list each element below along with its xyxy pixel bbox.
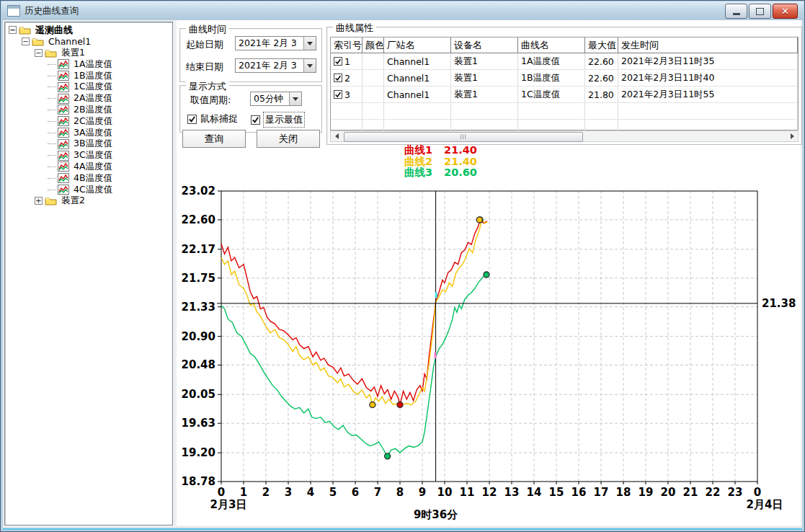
close-button[interactable]: ✕	[773, 4, 798, 19]
x-axis-label: 6	[352, 486, 359, 499]
table-hscrollbar[interactable]	[330, 130, 799, 142]
x-axis-label: 1	[240, 486, 247, 499]
mouse-capture-checkbox[interactable]	[187, 115, 197, 124]
x-axis-label: 0	[218, 486, 225, 499]
column-header-最大值: 最大值	[585, 37, 618, 53]
curve-time-title: 曲线时间	[186, 23, 229, 36]
tree-item-label: 4A温度值	[72, 161, 114, 173]
end-date-select[interactable]: 2021年 2月 3	[235, 58, 316, 73]
x-axis-label: 5	[329, 486, 337, 499]
start-date-label: 起始日期	[186, 38, 223, 51]
show-extremes-option[interactable]: 显示最值	[251, 112, 304, 127]
y-axis-label: 18.78	[182, 475, 215, 488]
collapse-icon[interactable]: −	[22, 37, 30, 45]
color-cell	[363, 53, 384, 69]
row-checkbox[interactable]	[334, 57, 342, 66]
folder-icon	[45, 196, 57, 205]
curve-icon	[58, 173, 69, 183]
folder-icon	[45, 48, 57, 58]
start-date-select[interactable]: 2021年 2月 3	[235, 36, 316, 50]
x-axis-label: 19	[639, 486, 654, 499]
mouse-capture-option[interactable]: 鼠标捕捉	[187, 112, 238, 125]
cell: 22.60	[585, 70, 618, 86]
tree-item-label: 1B温度值	[72, 70, 114, 82]
y-axis-label: 19.63	[182, 417, 215, 430]
tree-item-3C温度值[interactable]: 3C温度值	[5, 150, 172, 161]
row-checkbox[interactable]	[334, 90, 342, 99]
tree-item-2B温度值[interactable]: 2B温度值	[5, 105, 172, 116]
scroll-right-button[interactable]	[786, 131, 798, 141]
check-icon	[252, 116, 259, 124]
tree-item-label: 3A温度值	[72, 127, 114, 139]
chart-labels: 23.0222.6022.1721.7521.3320.9020.4820.05…	[182, 185, 796, 521]
client-area: −遥测曲线−Channel1−装置11A温度值1B温度值1C温度值2A温度值2B…	[3, 20, 802, 528]
start-date-dropdown-button[interactable]	[303, 37, 316, 50]
chevron-down-icon	[307, 64, 313, 68]
x-axis-label: 9	[419, 486, 426, 499]
curve-1	[221, 220, 487, 405]
tree-item-label: 4C温度值	[72, 184, 114, 196]
expand-icon[interactable]: +	[35, 197, 43, 205]
tree-item-3B温度值[interactable]: 3B温度值	[5, 138, 172, 150]
tree-item-4A温度值[interactable]: 4A温度值	[5, 161, 172, 173]
date-label-left: 2月3日	[210, 498, 247, 511]
cell: 2021年2月3日11时55	[618, 87, 798, 102]
tree-item-3A温度值[interactable]: 3A温度值	[5, 127, 172, 138]
chart-axes	[218, 191, 757, 484]
table-empty-row	[331, 103, 798, 120]
curve-tree[interactable]: −遥测曲线−Channel1−装置11A温度值1B温度值1C温度值2A温度值2B…	[4, 22, 173, 526]
period-dropdown-button[interactable]	[289, 92, 301, 105]
tree-item-1B温度值[interactable]: 1B温度值	[5, 70, 172, 81]
scrollbar-thumb[interactable]	[344, 132, 583, 142]
scroll-left-button[interactable]	[331, 131, 342, 141]
tree-item-4C温度值[interactable]: 4C温度值	[5, 184, 172, 195]
y-axis-label: 20.90	[182, 330, 215, 343]
y-axis-label: 21.75	[182, 272, 215, 285]
chart-svg[interactable]: 23.0222.6022.1721.7521.3320.9020.4820.05…	[179, 182, 801, 528]
titlebar[interactable]: 历史曲线查询 ✕	[1, 1, 804, 20]
tree-item-2A温度值[interactable]: 2A温度值	[5, 93, 172, 105]
restore-icon	[756, 8, 764, 15]
table-row[interactable]: 3Channel1装置11C温度值21.802021年2月3日11时55	[331, 87, 798, 103]
minimize-button[interactable]	[725, 4, 747, 19]
tree-item-1C温度值[interactable]: 1C温度值	[5, 81, 172, 93]
table-row[interactable]: 1Channel1装置11A温度值22.602021年2月3日11时35	[331, 53, 798, 70]
tree-item-装置1[interactable]: −装置1	[5, 48, 172, 59]
y-axis-label: 21.33	[182, 301, 215, 314]
curve-icon	[58, 185, 69, 195]
maximize-restore-button[interactable]	[749, 4, 771, 19]
collapse-icon[interactable]: −	[35, 49, 43, 57]
window-frame-glow	[3, 528, 802, 530]
max-marker-curve-2	[476, 217, 482, 223]
tree-item-1A温度值[interactable]: 1A温度值	[5, 58, 172, 70]
tree-item-2C温度值[interactable]: 2C温度值	[5, 115, 172, 127]
index-cell: 1	[331, 53, 363, 69]
y-axis-label: 20.05	[182, 388, 215, 401]
tree-item-遥测曲线[interactable]: −遥测曲线	[5, 25, 172, 36]
curve-table[interactable]: 索引号颜色厂站名设备名曲线名最大值发生时间1Channel1装置11A温度值22…	[330, 37, 799, 130]
curve-icon	[58, 139, 69, 149]
tree-item-4B温度值[interactable]: 4B温度值	[5, 172, 172, 184]
legend-item: 曲线121.40	[404, 145, 477, 156]
tree-item-label: 3C温度值	[72, 149, 114, 161]
row-checkbox[interactable]	[334, 74, 342, 82]
close-dialog-button[interactable]: 关闭	[257, 130, 320, 148]
chart-grid	[221, 191, 757, 482]
collapse-icon[interactable]: −	[9, 26, 17, 34]
tree-item-装置2[interactable]: +装置2	[5, 195, 172, 207]
tree-connector	[48, 190, 56, 190]
tree-item-Channel1[interactable]: −Channel1	[5, 36, 172, 48]
query-button[interactable]: 查询	[182, 130, 246, 148]
cell: 装置1	[451, 70, 518, 86]
period-select[interactable]: 05分钟	[250, 92, 302, 106]
x-axis-label: 0	[754, 486, 761, 499]
curve-properties-group: 曲线属性 索引号颜色厂站名设备名曲线名最大值发生时间1Channel1装置11A…	[326, 27, 802, 145]
end-date-dropdown-button[interactable]	[303, 59, 316, 72]
table-row[interactable]: 2Channel1装置11B温度值22.602021年2月3日11时40	[331, 70, 798, 87]
legend-value: 20.60	[444, 167, 477, 179]
x-axis-label: 23	[728, 486, 743, 499]
y-axis-label: 20.48	[182, 358, 215, 371]
show-extremes-checkbox[interactable]	[251, 115, 260, 125]
x-axis-label: 12	[482, 486, 497, 499]
legend-label: 曲线3	[404, 167, 432, 179]
